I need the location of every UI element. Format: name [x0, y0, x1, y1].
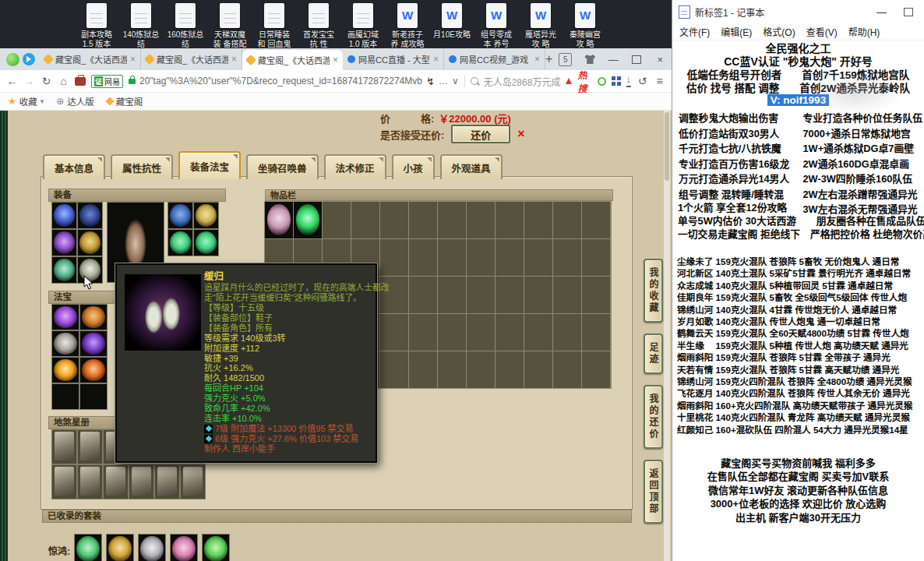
url-field[interactable]: 证网易 20"tag"%3A%20"user"%7D&reco_request_…	[91, 73, 459, 90]
forward-button[interactable]: →	[23, 75, 35, 87]
disha-slot[interactable]	[129, 464, 154, 499]
fabao-slot[interactable]	[79, 357, 108, 383]
disha-slot[interactable]	[103, 464, 129, 499]
inventory-slot[interactable]	[265, 202, 294, 238]
side-tab[interactable]: 我的收藏	[644, 259, 663, 323]
notepad-menu-item[interactable]: 查看(V)	[801, 25, 843, 38]
detail-tab[interactable]: 小孩	[392, 154, 435, 179]
detail-tab[interactable]: 法术修正	[324, 154, 386, 179]
equip-slot[interactable]	[77, 229, 103, 256]
hot-search-label[interactable]: 热搜	[577, 68, 591, 94]
fabao-slot[interactable]	[51, 304, 79, 330]
home-button[interactable]: ⌂	[58, 75, 69, 87]
browser-tab[interactable]: 藏宝阁_《大话西游 ×	[242, 50, 343, 70]
search-icon[interactable]	[471, 77, 478, 85]
notepad-menu-item[interactable]: 格式(O)	[757, 25, 800, 38]
browser-tab[interactable]: 网易CC视频_游戏 ×	[444, 48, 545, 70]
bookmark-daren[interactable]: ⊕达人版	[56, 95, 94, 108]
undo-icon[interactable]: ↺	[637, 75, 648, 87]
search-suggestion[interactable]: 无人岛2868万元成	[484, 75, 561, 88]
side-tab[interactable]: 足迹	[644, 333, 663, 374]
notepad-menu-item[interactable]: 文件(F)	[674, 25, 715, 38]
notepad-titlebar[interactable]: 新标签1 - 记事本 —	[672, 0, 924, 23]
bookmark-cbg[interactable]: 藏宝阁	[107, 95, 143, 108]
disha-slot[interactable]	[51, 464, 77, 499]
detail-tab[interactable]: 基本信息	[43, 154, 105, 179]
set-item-slot[interactable]	[106, 534, 134, 561]
desktop-shortcut[interactable]: W 秦陵幽宫攻 略	[566, 3, 604, 50]
set-item-slot[interactable]	[202, 534, 230, 561]
browser-tab[interactable]: 藏宝阁_《大话西游 ×	[40, 48, 141, 70]
fabao-slot[interactable]	[79, 383, 108, 410]
fabao-slot[interactable]	[51, 383, 79, 410]
reload-button[interactable]: ↻	[41, 75, 52, 87]
equip-slot[interactable]	[51, 202, 77, 229]
desktop-shortcut[interactable]: W 160炼狱总结	[167, 3, 204, 50]
notepad-menu-item[interactable]: 帮助(H)	[843, 25, 886, 38]
favorites-box-icon[interactable]	[75, 77, 86, 86]
desktop-shortcut[interactable]: W 首发宝宝抗 性	[300, 3, 337, 50]
desktop-shortcut[interactable]: W 新老孩子养 成攻略	[389, 3, 426, 50]
download-icon[interactable]: ↓	[626, 75, 632, 87]
browser-tab[interactable]: 网易CC直播 - 大型 ×	[343, 48, 444, 70]
notepad-maximize-button[interactable]	[904, 8, 913, 16]
equip-slot[interactable]	[193, 202, 219, 229]
tab-close-icon[interactable]: ×	[231, 54, 237, 65]
equip-slot[interactable]	[51, 256, 77, 284]
extension-bolt-icon[interactable]: ↯	[426, 76, 435, 87]
desktop-shortcut[interactable]: W 140炼狱总结	[122, 3, 160, 50]
more-icon[interactable]: …	[439, 76, 448, 86]
bargain-button[interactable]: 还价	[451, 125, 510, 143]
new-tab-button[interactable]: +	[545, 52, 552, 66]
fabao-slot[interactable]	[51, 357, 79, 383]
fabao-slot[interactable]	[79, 330, 108, 357]
browser-logo-icon[interactable]	[6, 53, 19, 66]
disha-slot[interactable]	[180, 464, 206, 499]
theme-button[interactable]	[578, 49, 601, 69]
equip-slot[interactable]	[193, 229, 219, 256]
desktop-shortcut[interactable]: W 月10E攻略	[433, 3, 471, 50]
equip-slot[interactable]	[51, 229, 77, 256]
disha-slot[interactable]	[51, 429, 77, 464]
fabao-slot[interactable]	[51, 330, 79, 357]
detail-tab[interactable]: 属性抗性	[111, 154, 173, 179]
detail-tab[interactable]: 外观道具	[440, 154, 503, 179]
messenger-icon[interactable]	[23, 53, 35, 65]
equip-slot[interactable]	[168, 202, 193, 229]
desktop-shortcut[interactable]: W 组号零成本 养号	[478, 3, 515, 50]
disha-slot[interactable]	[154, 464, 180, 499]
equip-slot[interactable]	[77, 202, 103, 229]
maximize-button[interactable]	[625, 49, 648, 69]
tab-close-icon[interactable]: ×	[433, 54, 439, 65]
url-text[interactable]: 20"tag"%3A%20"user"%7D&reco_request_id=1…	[139, 76, 422, 86]
close-button[interactable]: ×	[648, 49, 672, 69]
minimize-button[interactable]: —	[601, 49, 625, 69]
desktop-shortcut[interactable]: W 副本攻略1.5 版本	[78, 3, 115, 50]
set-item-slot[interactable]	[170, 534, 198, 561]
status-dot-icon[interactable]	[598, 77, 606, 86]
back-button[interactable]: ←	[6, 75, 18, 87]
tab-close-icon[interactable]: ×	[130, 54, 136, 65]
set-item-slot[interactable]	[138, 534, 166, 561]
dropdown-chevron-icon[interactable]: ∨	[452, 76, 459, 86]
inventory-slot[interactable]	[294, 202, 323, 238]
notepad-text-area[interactable]: 全民强化之工CC蓝V认证 "秒鬼大炮" 开好号 低端任务组号开创者首创7千159…	[672, 41, 924, 561]
menu-icon[interactable]: ≡	[654, 75, 665, 87]
tab-close-icon[interactable]: ×	[534, 54, 540, 65]
side-tab[interactable]: 返回顶部	[644, 460, 663, 524]
detail-tab[interactable]: 坐骑召唤兽	[246, 154, 319, 179]
tab-close-icon[interactable]: ×	[333, 55, 338, 65]
side-tab[interactable]: 我的还价	[644, 385, 663, 449]
notepad-minimize-button[interactable]: —	[876, 6, 887, 18]
browser-tab[interactable]: 藏宝阁_《大话西游 ×	[141, 48, 242, 70]
disha-slot[interactable]	[77, 429, 103, 464]
detail-tab[interactable]: 装备法宝	[178, 151, 241, 179]
page-scrollbar[interactable]	[664, 111, 670, 561]
desktop-shortcut[interactable]: W 画魇幻域1.0 版本	[344, 3, 382, 50]
notepad-menu-item[interactable]: 编辑(E)	[715, 25, 757, 38]
equip-slot[interactable]	[168, 229, 193, 256]
disha-slot[interactable]	[77, 464, 103, 499]
apps-grid-icon[interactable]	[612, 76, 621, 86]
fabao-slot[interactable]	[79, 304, 108, 330]
window-count-badge[interactable]: 5	[559, 53, 572, 66]
